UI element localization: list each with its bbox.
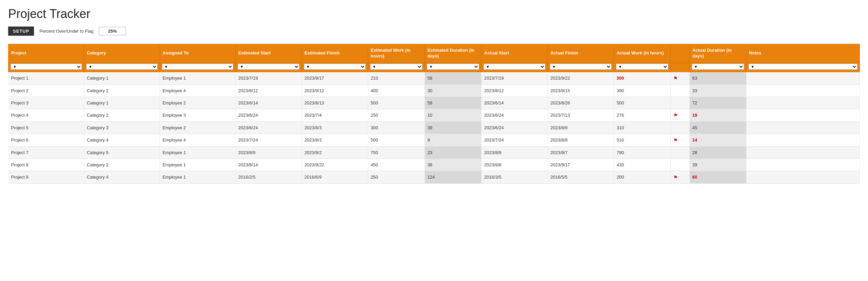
col-header-project: Project: [8, 44, 84, 63]
flag-cell: ⚑: [670, 109, 689, 121]
filter-act-dur[interactable]: ▼: [692, 64, 744, 70]
flag-cell: [670, 84, 689, 97]
flag-cell: ⚑: [670, 72, 689, 84]
filter-est-start[interactable]: ▼: [238, 64, 300, 70]
col-header-assigned-to: Assigned To: [160, 44, 235, 63]
setup-button[interactable]: SETUP: [8, 27, 34, 36]
table-row: Project 6Category 4Employee 42023/7/2420…: [8, 134, 860, 146]
filter-category[interactable]: ▼: [86, 64, 158, 70]
flag-cell: ⚑: [670, 134, 689, 146]
col-header-est-work: Estimated Work (in hours): [368, 44, 424, 63]
flag-icon: ⚑: [673, 113, 678, 118]
flag-icon: ⚑: [673, 76, 678, 81]
col-header-est-finish: Estimated Finish: [302, 44, 368, 63]
col-header-act-work: Actual Work (in hours): [614, 44, 670, 63]
project-table: Project Category Assigned To Estimated S…: [8, 44, 860, 184]
table-row: Project 2Category 2Employee 42023/8/1220…: [8, 84, 860, 97]
table-body: Project 1Category 1Employee 12023/7/1920…: [8, 72, 860, 183]
filter-notes[interactable]: ▼: [748, 64, 857, 70]
filter-act-work[interactable]: ▼: [616, 64, 668, 70]
table-row: Project 7Category 5Employee 12023/8/9202…: [8, 146, 860, 159]
flag-cell: [670, 146, 689, 159]
page-title: Project Tracker: [8, 7, 860, 21]
filter-assigned[interactable]: ▼: [162, 64, 233, 70]
filter-est-work[interactable]: ▼: [370, 64, 422, 70]
flag-cell: [670, 121, 689, 134]
flag-cell: ⚑: [670, 171, 689, 183]
filter-est-finish[interactable]: ▼: [304, 64, 366, 70]
col-header-act-dur: Actual Duration (in days): [689, 44, 746, 63]
table-row: Project 9Category 4Employee 12016/2/5201…: [8, 171, 860, 183]
setup-row: SETUP Percent Over/Under to Flag 25%: [8, 27, 860, 36]
percent-label: Percent Over/Under to Flag: [39, 29, 93, 34]
col-header-act-finish: Actual Finish: [547, 44, 614, 63]
col-header-est-start: Estimated Start: [235, 44, 302, 63]
table-row: Project 1Category 1Employee 12023/7/1920…: [8, 72, 860, 84]
filter-est-dur[interactable]: ▼: [427, 64, 479, 70]
filter-project[interactable]: ▼: [11, 64, 82, 70]
table-filter-row: ▼ ▼ ▼ ▼ ▼ ▼ ▼ ▼ ▼ ▼ ▼ ▼: [8, 63, 860, 72]
table-header-row: Project Category Assigned To Estimated S…: [8, 44, 860, 63]
filter-act-start[interactable]: ▼: [484, 64, 545, 70]
table-row: Project 4Category 2Employee 32023/6/2420…: [8, 109, 860, 121]
flag-icon: ⚑: [673, 137, 678, 143]
col-header-category: Category: [84, 44, 160, 63]
flag-cell: [670, 97, 689, 109]
flag-cell: [670, 159, 689, 171]
table-row: Project 3Category 1Employee 22023/6/1420…: [8, 97, 860, 109]
flag-icon: ⚑: [673, 175, 678, 180]
col-header-act-start: Actual Start: [481, 44, 547, 63]
percent-value: 25%: [99, 27, 126, 35]
table-row: Project 8Category 2Employee 12023/8/1420…: [8, 159, 860, 171]
col-header-flag: [670, 44, 689, 63]
col-header-est-dur: Estimated Duration (in days): [424, 44, 481, 63]
col-header-notes: Notes: [746, 44, 860, 63]
filter-act-finish[interactable]: ▼: [550, 64, 612, 70]
table-row: Project 5Category 3Employee 22023/6/2420…: [8, 121, 860, 134]
